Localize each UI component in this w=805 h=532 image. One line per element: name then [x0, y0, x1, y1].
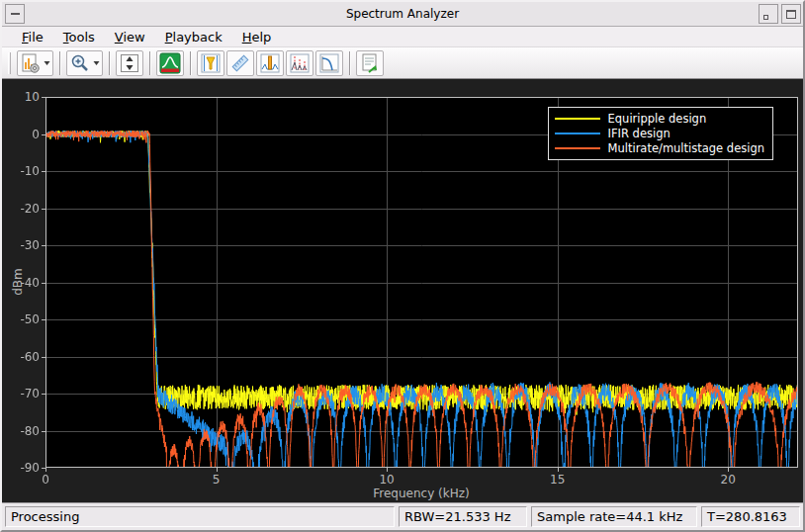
distortion-measurements-button[interactable]: [286, 50, 313, 76]
x-tick-label: 15: [540, 473, 576, 487]
legend-label: Equiripple design: [608, 112, 707, 126]
x-axis-label: Frequency (kHz): [373, 487, 469, 500]
y-tick-mark: [42, 283, 45, 284]
toolbar-grip[interactable]: [8, 52, 11, 74]
maximize-icon: [786, 10, 796, 19]
legend-item: IFIR design: [555, 127, 764, 140]
zoom-in-icon: [69, 52, 91, 74]
y-tick-label: -80: [6, 424, 40, 438]
y-tick-label: -70: [6, 387, 40, 400]
dropdown-caret-icon: [44, 60, 50, 66]
display-settings-icon: [20, 52, 42, 74]
x-tick-label: 10: [369, 473, 404, 487]
y-tick-mark: [42, 209, 45, 210]
spectrum-settings-button[interactable]: [156, 50, 184, 76]
fit-y-axis-icon: [119, 52, 140, 74]
y-tick-mark: [42, 245, 45, 246]
legend-line-sample: [555, 118, 600, 120]
title-bar[interactable]: Spectrum Analyzer: [2, 2, 803, 27]
dropdown-caret-icon: [93, 60, 100, 66]
status-bar: Processing RBW=21.533 Hz Sample rate=44.…: [2, 502, 803, 530]
y-tick-mark: [42, 134, 45, 135]
fit-y-axis-button[interactable]: [116, 50, 143, 76]
status-message: Processing: [5, 506, 395, 527]
y-tick-label: 0: [6, 128, 40, 141]
x-tick-label: 20: [710, 473, 746, 487]
display-settings-button[interactable]: [17, 50, 53, 76]
legend-line-sample: [555, 147, 600, 149]
x-tick-mark: [387, 468, 388, 472]
menu-help[interactable]: Help: [232, 28, 282, 46]
menu-file[interactable]: File: [12, 28, 53, 46]
legend-item: Multirate/multistage design: [555, 141, 764, 155]
status-rbw: RBW=21.533 Hz: [399, 506, 527, 527]
menu-view[interactable]: View: [105, 28, 155, 46]
x-tick-mark: [217, 468, 218, 472]
y-tick-label: -40: [6, 276, 40, 290]
signal-statistics-button[interactable]: [226, 50, 254, 76]
y-tick-mark: [42, 431, 45, 432]
y-tick-label: 10: [6, 90, 40, 104]
y-tick-mark: [42, 319, 45, 320]
x-tick-mark: [45, 468, 46, 472]
cursor-measurements-button[interactable]: [197, 50, 224, 76]
y-tick-mark: [42, 394, 45, 395]
ccdf-measurements-button[interactable]: [315, 50, 343, 76]
legend-label: IFIR design: [608, 127, 671, 140]
legend[interactable]: Equiripple designIFIR designMultirate/mu…: [548, 107, 773, 160]
y-tick-mark: [42, 171, 45, 172]
toolbar: [2, 47, 803, 79]
toolbar-separator: [59, 51, 60, 75]
zoom-button[interactable]: [66, 50, 103, 76]
window-title: Spectrum Analyzer: [346, 7, 459, 21]
y-tick-label: -20: [6, 202, 40, 216]
window-menu-button[interactable]: [5, 4, 25, 24]
peak-finder-icon: [259, 52, 281, 74]
peak-finder-button[interactable]: [256, 50, 284, 76]
legend-label: Multirate/multistage design: [608, 141, 764, 155]
toolbar-separator: [109, 51, 110, 75]
status-time: T=280.8163: [701, 506, 800, 527]
x-tick-label: 5: [199, 473, 234, 487]
status-sample-rate: Sample rate=44.1 kHz: [531, 506, 697, 527]
generate-script-icon: [359, 52, 381, 74]
ccdf-measurements-icon: [318, 52, 340, 74]
maximize-button[interactable]: [781, 4, 801, 24]
figure-area: dBm Frequency (kHz) Equiripple designIFI…: [2, 79, 803, 502]
legend-line-sample: [555, 133, 600, 134]
minimize-button[interactable]: [759, 4, 778, 24]
y-tick-mark: [42, 357, 45, 358]
menu-bar: FileToolsViewPlaybackHelp: [2, 27, 803, 47]
x-tick-mark: [558, 468, 559, 472]
signal-statistics-icon: [229, 52, 251, 74]
distortion-measurements-icon: [289, 52, 311, 74]
spectrum-settings-icon: [159, 52, 181, 74]
legend-item: Equiripple design: [555, 112, 764, 126]
toolbar-separator: [190, 51, 191, 75]
generate-script-button[interactable]: [356, 50, 384, 76]
menu-tools[interactable]: Tools: [53, 28, 105, 46]
cursor-measurements-icon: [200, 52, 222, 74]
menu-playback[interactable]: Playback: [155, 28, 232, 46]
x-tick-mark: [728, 468, 729, 472]
toolbar-separator: [349, 51, 350, 75]
y-tick-mark: [42, 97, 45, 98]
spectrum-analyzer-window: Spectrum Analyzer FileToolsViewPlaybackH…: [0, 0, 805, 532]
toolbar-separator: [149, 51, 150, 75]
minimize-icon: [763, 15, 768, 20]
window-menu-icon: [11, 13, 20, 15]
y-tick-label: -10: [6, 164, 40, 178]
y-tick-label: -30: [6, 238, 40, 252]
y-tick-label: -50: [6, 312, 40, 326]
y-tick-label: -60: [6, 350, 40, 364]
x-tick-label: 0: [28, 473, 63, 487]
